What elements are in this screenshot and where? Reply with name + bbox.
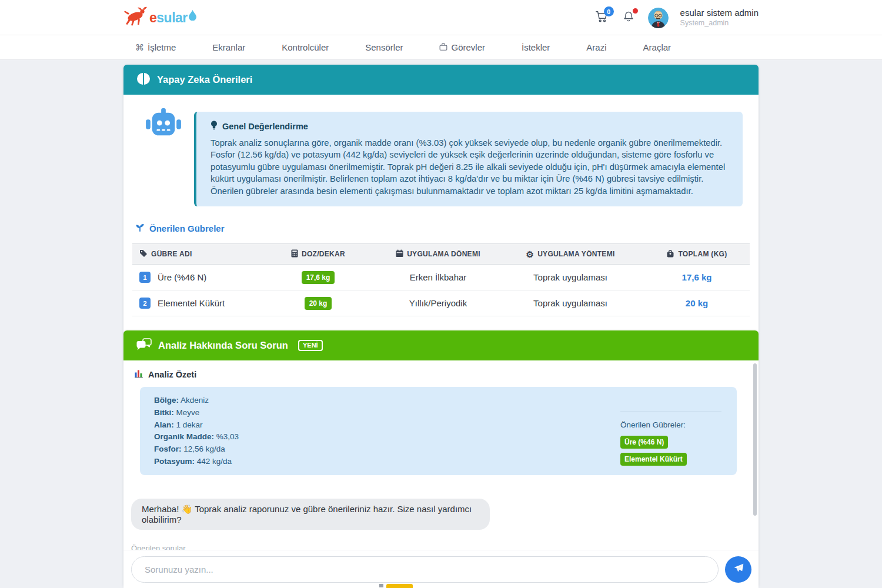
chat-scrollbar[interactable] (753, 363, 757, 516)
divider (620, 412, 721, 412)
nav-item-isletme[interactable]: ⌘ İşletme (135, 42, 176, 52)
fertilizer-name: Üre (%46 N) (158, 272, 206, 282)
chat-bubbles-icon (136, 338, 152, 353)
col-uygulama-donemi: UYGULAMA DÖNEMI (379, 244, 497, 265)
col-doz-dekar: DOZ/DEKAR (257, 244, 379, 265)
fertilizer-name: Elementel Kükürt (158, 298, 225, 308)
brain-icon (136, 72, 151, 88)
fertilizer-row: 2 Elementel Kükürt 20 kg Yıllık/Periyodi… (132, 290, 750, 316)
main-nav: ⌘ İşletme Ekranlar Kontrolcüler Sensörle… (0, 35, 882, 60)
ai-recommendations-card: Yapay Zeka Önerileri (123, 65, 759, 334)
recommended-fertilizers: Önerilen Gübreler: Üre (%46 N) Elementel… (620, 412, 721, 466)
nav-item-kontrolculer[interactable]: Kontrolcüler (282, 42, 329, 52)
fertilizer-chip: Elementel Kükürt (620, 453, 687, 466)
logo-text: esular (149, 10, 188, 26)
ai-card-header: Yapay Zeka Önerileri (123, 65, 759, 95)
application-method: Toprak uygulaması (497, 265, 644, 290)
table-header-row: GÜBRE ADI DOZ/DEKAR (132, 244, 750, 265)
col-toplam-kg: TOPLAM (KG) (644, 244, 750, 265)
calendar-icon (396, 249, 403, 259)
gears-icon: ⚙ (526, 250, 534, 259)
user-name: esular sistem admin (680, 8, 759, 19)
nav-item-gorevler[interactable]: Görevler (439, 42, 485, 52)
chat-card: Analiz Hakkında Soru Sorun YENİ Analiz Ö… (123, 330, 759, 588)
weight-icon (666, 249, 674, 259)
application-period: Yıllık/Periyodik (379, 290, 497, 316)
notification-dot (633, 8, 638, 14)
bell-icon (623, 10, 634, 25)
ai-card-body: Genel Değerlendirme Toprak analiz sonuçl… (123, 95, 759, 334)
recommended-label: Önerilen Gübreler: (620, 420, 721, 429)
cart-button[interactable]: 0 (594, 10, 609, 25)
fertilizers-heading: Önerilen Gübreler (135, 223, 759, 233)
ai-card-title: Yapay Zeka Önerileri (157, 74, 252, 85)
header-actions: 0 (594, 0, 759, 35)
cart-count-badge: 0 (604, 6, 614, 16)
command-icon: ⌘ (135, 43, 144, 52)
chat-card-header: Analiz Hakkında Soru Sorun YENİ (123, 330, 759, 360)
dose-badge: 20 kg (305, 297, 332, 310)
question-input[interactable] (131, 556, 719, 583)
new-badge: YENİ (298, 340, 323, 351)
user-role: System_admin (680, 19, 759, 28)
nav-item-sensorler[interactable]: Sensörler (365, 42, 403, 52)
fertilizers-table: GÜBRE ADI DOZ/DEKAR (132, 243, 750, 316)
col-gubre-adi: GÜBRE ADI (132, 244, 257, 265)
nav-item-ekranlar[interactable]: Ekranlar (212, 42, 245, 52)
briefcase-icon (439, 43, 447, 52)
fertilizer-row: 1 Üre (%46 N) 17,6 kg Erken İlkbahar Top… (132, 265, 750, 290)
total-kg: 20 kg (686, 298, 708, 308)
summary-field: Bölge: Akdeniz (154, 395, 723, 407)
chat-body: Analiz Özeti Bölge: Akdeniz Bitki: Meyve… (123, 360, 759, 588)
assessment-body: Toprak analiz sonuçlarına göre, organik … (211, 137, 729, 197)
assessment-box: Genel Değerlendirme Toprak analiz sonuçl… (194, 112, 743, 206)
dose-badge: 17,6 kg (302, 271, 335, 284)
nav-item-araclar[interactable]: Araçlar (643, 42, 671, 52)
avatar[interactable] (648, 8, 669, 28)
chat-input-bar (123, 550, 759, 588)
goat-logo-icon (123, 6, 148, 29)
notifications-button[interactable] (621, 10, 636, 25)
robot-icon (132, 101, 194, 206)
bar-chart-icon (135, 369, 143, 380)
water-drop-icon (189, 12, 196, 23)
application-method: Toprak uygulaması (497, 290, 644, 316)
top-header: esular 0 (0, 0, 882, 35)
row-number-badge: 2 (139, 298, 151, 309)
lightbulb-icon (211, 121, 218, 132)
send-button[interactable] (725, 556, 751, 583)
assessment-title: Genel Değerlendirme (222, 122, 308, 131)
chat-card-title: Analiz Hakkında Soru Sorun (158, 340, 288, 351)
seedling-icon (135, 223, 145, 233)
row-number-badge: 1 (139, 272, 151, 283)
clipped-yellow-badge (386, 584, 413, 588)
analysis-summary-box: Bölge: Akdeniz Bitki: Meyve Alan: 1 deka… (140, 387, 737, 475)
bot-message-bubble: Merhaba! 👋 Toprak analiz raporunuz ve gü… (131, 499, 490, 530)
nav-item-arazi[interactable]: Arazi (586, 42, 606, 52)
total-kg: 17,6 kg (682, 272, 712, 282)
col-uygulama-yontemi: ⚙ UYGULAMA YÖNTEMI (497, 244, 644, 265)
app-root: esular 0 (0, 0, 882, 588)
nav-item-istekler[interactable]: İstekler (522, 42, 550, 52)
application-period: Erken İlkbahar (379, 265, 497, 290)
paper-plane-icon (733, 563, 744, 576)
tag-icon (139, 249, 148, 259)
user-menu[interactable]: esular sistem admin System_admin (680, 8, 759, 28)
fertilizer-chip: Üre (%46 N) (620, 436, 668, 449)
clipped-icon (379, 584, 383, 587)
calculator-icon (291, 249, 298, 259)
summary-heading: Analiz Özeti (135, 369, 196, 380)
logo[interactable]: esular (123, 0, 196, 35)
